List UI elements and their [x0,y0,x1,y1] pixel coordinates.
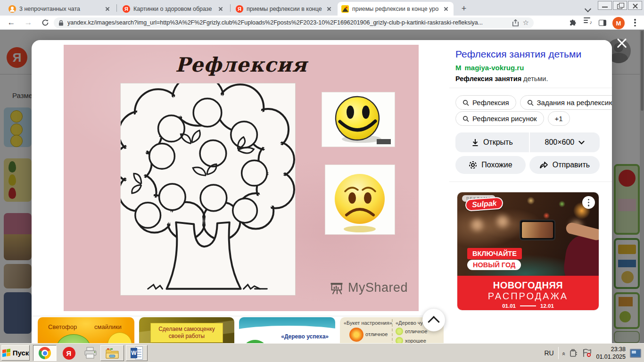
lock-icon [58,20,64,26]
address-bar[interactable]: yandex.kz/images/search?img_url=http%3A%… [54,17,534,28]
show-desktop-button[interactable] [630,349,641,358]
tab-close-icon[interactable] [442,5,450,13]
similar-button[interactable]: Похожие [455,156,526,174]
yandex-favicon-icon: Я [236,5,243,13]
tag-zadaniya[interactable]: Задания на рефлексию [520,95,612,110]
restore-button[interactable] [613,1,627,10]
tab-reflection-search[interactable]: Я приемы рефлексии в конце урока [232,2,337,16]
close-window-button[interactable] [628,1,642,10]
viewed-image[interactable]: Рефлексия [64,45,419,311]
ad-menu-icon[interactable] [582,196,595,209]
share-icon[interactable] [512,19,519,26]
tab-divider [116,4,117,12]
scroll-to-top-button[interactable] [422,309,445,331]
size-dropdown[interactable]: 800×600 [530,132,600,152]
show-hidden-icons[interactable]: « [561,352,568,354]
taskbar-word-button[interactable]: W [126,345,148,361]
watermark-text: MyShared [348,280,408,295]
tag-more[interactable]: +1 [548,111,570,126]
source-site-link[interactable]: M magiya-vokrug.ru [455,64,524,72]
extensions-puzzle-icon[interactable] [568,17,577,28]
sulpak-ad-card[interactable]: РЕКЛАМА Sulpak ВКЛЮЧАЙТЕ НОВЫЙ ГОД НОВОГ… [457,192,599,310]
site-domain: magiya-vokrug.ru [465,64,524,72]
image-search-favicon-icon [341,5,349,13]
image-description: Рефлексия занятия детьми. [455,75,548,82]
panel-divider [449,88,612,88]
ad-banner-subtitle: РАСПРОДАЖА [457,291,599,302]
clock-time: 23:38 [596,346,626,353]
ad-banner: НОВОГОДНЯЯ РАСПРОДАЖА 01.0112.01 [457,276,599,310]
panel-divider [449,181,612,182]
yandex-images-page: Я Разме [0,30,644,343]
new-tab-button[interactable]: + [458,3,470,14]
bookmark-star-icon[interactable]: ☆ [523,18,529,27]
windows-taskbar: Пуск Я W [0,343,644,362]
minimize-button[interactable] [598,1,612,10]
tab-divider [230,4,231,12]
chrome-icon [39,347,51,359]
taskbar-printer-button[interactable] [80,345,101,361]
back-button[interactable]: ← [6,17,17,28]
tray-divider [558,347,559,359]
image-viewer-modal: Рефлексия [32,40,612,343]
similar-images-icon [469,161,477,169]
tab-close-icon[interactable] [104,5,111,13]
related-thumbnail-samoocenka[interactable]: Сделаем самооценку своей работы [139,317,234,343]
site-favicon-letter: M [455,64,462,72]
clock-date: 01.01.2025 [596,353,626,361]
tab-title: 3 непрочитанных чата [19,6,100,12]
forward-button[interactable]: → [23,17,34,28]
tab-search-chevron-icon[interactable] [585,5,591,12]
tag-reflexia[interactable]: Рефлексия [455,95,516,110]
related-thumbnail-derevo-uspeha[interactable]: «Дерево успеха» [239,317,335,343]
tab-close-icon[interactable] [217,5,224,13]
url-text: yandex.kz/images/search?img_url=http%3A%… [67,19,508,26]
search-icon [527,99,534,106]
open-button[interactable]: Открыть [455,132,529,152]
ad-dates: 01.0112.01 [457,303,599,309]
language-indicator[interactable]: RU [544,349,553,357]
start-button[interactable]: Пуск [1,345,30,361]
folder-icon [105,347,119,359]
sulpak-logo: Sulpak [465,197,504,212]
tab-close-icon[interactable] [325,5,333,13]
media-controls-icon[interactable]: ♪ [584,17,591,24]
network-error-flag-icon[interactable] [582,349,592,357]
taskbar-chrome-button[interactable] [33,345,57,361]
tab-ok-chats[interactable]: 3 непрочитанных чата [5,2,115,16]
browser-toolbar: ← → yandex.kz/images/search?img_url=http… [0,16,644,30]
system-tray: RU « 23:38 01.01.2025 [542,345,643,361]
ok-favicon-icon [8,5,16,13]
screen: 3 непрочитанных чата Я Картинки о здоров… [0,0,644,362]
yandex-browser-icon: Я [63,347,75,360]
happy-smiley-image [322,92,395,147]
ad-banner-title: НОВОГОДНЯЯ [457,280,599,291]
sidebar-toggle-icon[interactable] [599,17,606,28]
related-thumbnail-svetofor[interactable]: Светофор смайлики [38,317,134,343]
myshared-watermark: MyShared [330,280,408,295]
taskbar-clock[interactable]: 23:38 01.01.2025 [596,346,626,361]
profile-avatar[interactable]: M [612,17,625,29]
tab-healthy-images[interactable]: Я Картинки о здоровом образе жизн [119,2,228,16]
taskbar-yandex-button[interactable]: Я [58,345,79,361]
image-title-text: Рефлексия [64,53,419,76]
send-button[interactable]: Отправить [529,156,600,174]
action-row: Похожие Отправить [455,156,600,174]
safely-remove-icon[interactable] [570,349,578,357]
windows-logo-icon [2,349,10,357]
image-title-link[interactable]: Рефлексия занятия детьми [455,49,606,60]
related-strip-divider [32,316,444,316]
tag-risunok[interactable]: Рефлексия рисунок [455,111,544,126]
open-size-split-button: Открыть 800×600 [455,132,600,152]
close-viewer-button[interactable] [615,36,629,50]
download-icon [471,139,479,147]
reload-button[interactable] [40,17,51,28]
browser-menu-icon[interactable] [634,17,636,28]
presentation-screen-icon [330,281,344,295]
sad-smiley-image [325,165,395,234]
tab-reflection-images-active[interactable]: приемы рефлексии в конце урока [338,2,454,16]
taskbar-folder-button[interactable] [100,345,124,361]
image-info-panel: Рефлексия занятия детьми M magiya-vokrug… [449,40,612,343]
ad-photo: РЕКЛАМА Sulpak ВКЛЮЧАЙТЕ НОВЫЙ ГОД [457,192,599,276]
search-icon [462,99,469,106]
